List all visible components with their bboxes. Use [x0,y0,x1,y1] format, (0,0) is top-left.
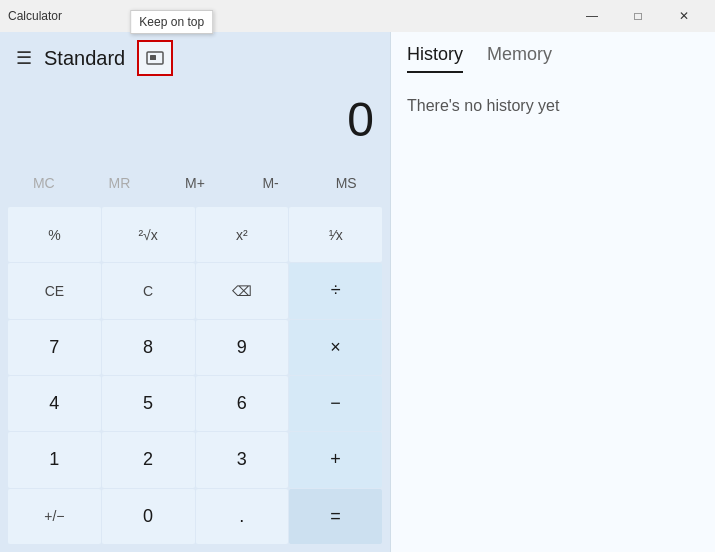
calc-btn-7[interactable]: 7 [8,320,101,375]
calc-btn--[interactable]: % [8,207,101,262]
no-history-message: There's no history yet [407,97,559,115]
calc-btn---x[interactable]: ¹∕x [289,207,382,262]
calc-btn-0[interactable]: 0 [102,489,195,544]
memory-btn-m+[interactable]: M+ [159,167,231,199]
calc-btn--[interactable]: ⌫ [196,263,289,318]
display-value: 0 [347,93,374,146]
app-body: ☰ Standard Keep on top 0 MCMRM+M-MS %²√x… [0,32,715,552]
calc-btn-CE[interactable]: CE [8,263,101,318]
tab-history[interactable]: History [407,44,463,73]
right-panel: HistoryMemory There's no history yet [390,32,715,552]
calc-btn-2[interactable]: 2 [102,432,195,487]
hamburger-icon[interactable]: ☰ [16,47,32,69]
calc-btn-x-[interactable]: x² [196,207,289,262]
calc-btn-3[interactable]: 3 [196,432,289,487]
memory-btn-mc: MC [8,167,80,199]
title-bar-controls: — □ ✕ [569,0,707,32]
calc-btn-C[interactable]: C [102,263,195,318]
svg-rect-1 [150,55,156,60]
keep-on-top-container: Keep on top [137,40,173,76]
calc-btn-8[interactable]: 8 [102,320,195,375]
memory-row: MCMRM+M-MS [0,163,390,203]
calc-btn--[interactable]: = [289,489,382,544]
calc-mode-title: Standard [44,47,125,70]
right-content: There's no history yet [391,73,715,552]
calc-btn-4[interactable]: 4 [8,376,101,431]
title-bar: Calculator — □ ✕ [0,0,715,32]
calc-btn---x[interactable]: ²√x [102,207,195,262]
app-title: Calculator [8,9,62,23]
close-button[interactable]: ✕ [661,0,707,32]
tooltip-text: Keep on top [130,10,213,34]
calc-btn--[interactable]: − [289,376,382,431]
calc-btn--[interactable]: × [289,320,382,375]
calc-btn--[interactable]: + [289,432,382,487]
maximize-button[interactable]: □ [615,0,661,32]
memory-btn-ms[interactable]: MS [310,167,382,199]
memory-btn-m-[interactable]: M- [235,167,307,199]
right-tabs: HistoryMemory [391,32,715,73]
calc-grid: %²√xx²¹∕xCEC⌫÷789×456−123++/−0.= [0,203,390,552]
left-panel: ☰ Standard Keep on top 0 MCMRM+M-MS %²√x… [0,32,390,552]
minimize-button[interactable]: — [569,0,615,32]
calc-btn-5[interactable]: 5 [102,376,195,431]
keep-on-top-icon [146,51,164,65]
display-area: 0 [0,84,390,163]
tab-memory[interactable]: Memory [487,44,552,73]
title-bar-left: Calculator [8,9,62,23]
calc-btn----[interactable]: +/− [8,489,101,544]
calc-header: ☰ Standard Keep on top [0,32,390,84]
calc-btn--[interactable]: . [196,489,289,544]
memory-btn-mr: MR [84,167,156,199]
calc-btn-9[interactable]: 9 [196,320,289,375]
calc-btn-6[interactable]: 6 [196,376,289,431]
calc-btn-1[interactable]: 1 [8,432,101,487]
calc-btn--[interactable]: ÷ [289,263,382,318]
keep-on-top-button[interactable] [137,40,173,76]
